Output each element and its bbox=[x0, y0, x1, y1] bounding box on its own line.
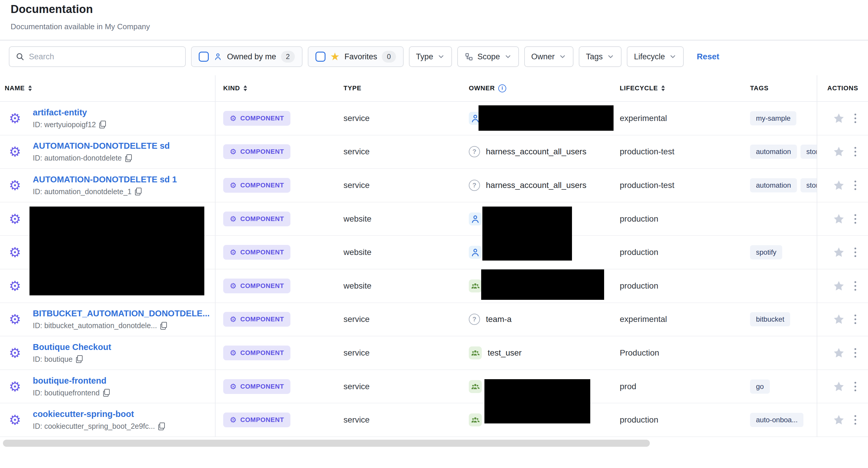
favorite-star-icon[interactable] bbox=[833, 380, 845, 393]
group-icon bbox=[469, 346, 482, 359]
actions-cell bbox=[817, 169, 868, 202]
search-icon bbox=[16, 52, 25, 61]
type-dropdown-label: Type bbox=[416, 52, 433, 61]
tags-dropdown-label: Tags bbox=[586, 52, 602, 61]
column-header-name[interactable]: NAME bbox=[0, 84, 215, 92]
copy-icon[interactable] bbox=[160, 322, 167, 330]
kind-cell: ⚙︎COMPONENT bbox=[215, 370, 336, 403]
column-header-kind[interactable]: KIND bbox=[215, 84, 336, 92]
type-cell: website bbox=[336, 202, 460, 235]
group-icon bbox=[469, 413, 482, 427]
favorites-label: Favorites bbox=[344, 52, 377, 61]
star-icon: ★ bbox=[330, 51, 340, 62]
kebab-menu-icon[interactable] bbox=[853, 414, 857, 426]
hierarchy-icon bbox=[464, 52, 473, 61]
type-cell: website bbox=[336, 269, 460, 302]
owned-by-me-checkbox[interactable] bbox=[199, 52, 209, 62]
column-header-actions: ACTIONS bbox=[817, 84, 868, 92]
column-header-type: TYPE bbox=[336, 84, 460, 92]
owner-dropdown[interactable]: Owner bbox=[524, 46, 574, 67]
info-icon[interactable] bbox=[498, 84, 506, 92]
search-input[interactable] bbox=[29, 52, 179, 61]
tags-cell: automationstor bbox=[743, 169, 817, 202]
entity-id: ID: automation-donotdelete bbox=[33, 154, 170, 162]
actions-cell bbox=[817, 370, 868, 403]
name-block: artifact-entity ID: wertyuiopoigf12 bbox=[33, 108, 106, 129]
lifecycle-cell: production-test bbox=[613, 136, 743, 169]
kind-badge: ⚙︎COMPONENT bbox=[223, 111, 290, 126]
favorite-star-icon[interactable] bbox=[833, 145, 845, 158]
entity-name-link[interactable]: boutique-frontend bbox=[33, 376, 110, 386]
table-row: ⚙︎ boutique-frontend ID: boutiquefronten… bbox=[0, 370, 868, 404]
actions-cell bbox=[817, 236, 868, 269]
gear-icon: ⚙︎ bbox=[9, 145, 21, 158]
kebab-menu-icon[interactable] bbox=[853, 313, 857, 325]
copy-icon[interactable] bbox=[135, 188, 142, 195]
lifecycle-dropdown[interactable]: Lifecycle bbox=[627, 46, 684, 67]
owned-by-me-filter[interactable]: Owned by me 2 bbox=[191, 46, 303, 67]
owner-cell: test_user bbox=[460, 337, 613, 370]
kind-badge: ⚙︎COMPONENT bbox=[223, 245, 290, 260]
gear-icon: ⚙︎ bbox=[230, 349, 237, 357]
copy-icon[interactable] bbox=[103, 389, 110, 397]
entity-name-link[interactable]: BITBUCKET_AUTOMATION_DONOTDELE... bbox=[33, 309, 210, 318]
chevron-down-icon bbox=[607, 53, 615, 60]
entity-id: ID: automation_donotdelete_1 bbox=[33, 187, 177, 196]
favorite-star-icon[interactable] bbox=[833, 313, 845, 325]
entity-name-link[interactable]: AUTOMATION-DONOTDELETE sd bbox=[33, 141, 170, 151]
tag-chip: my-sample bbox=[750, 111, 796, 125]
favorite-star-icon[interactable] bbox=[833, 179, 845, 192]
copy-icon[interactable] bbox=[99, 121, 106, 128]
column-header-lifecycle[interactable]: LIFECYCLE bbox=[613, 84, 743, 92]
kebab-menu-icon[interactable] bbox=[853, 179, 857, 191]
column-header-owner: OWNER bbox=[460, 84, 613, 92]
tags-dropdown[interactable]: Tags bbox=[579, 46, 621, 67]
gear-icon: ⚙︎ bbox=[230, 416, 237, 424]
kind-cell: ⚙︎COMPONENT bbox=[215, 236, 336, 269]
name-block: BITBUCKET_AUTOMATION_DONOTDELE... ID: bi… bbox=[33, 309, 210, 330]
redaction-box bbox=[478, 105, 614, 131]
entity-name-link[interactable]: AUTOMATION-DONOTDELETE sd 1 bbox=[33, 175, 177, 184]
copy-icon[interactable] bbox=[125, 154, 132, 162]
sort-icon bbox=[661, 85, 665, 91]
favorite-star-icon[interactable] bbox=[833, 246, 845, 259]
favorite-star-icon[interactable] bbox=[833, 414, 845, 426]
favorite-star-icon[interactable] bbox=[833, 280, 845, 292]
entity-name-link[interactable]: artifact-entity bbox=[33, 108, 106, 117]
type-dropdown[interactable]: Type bbox=[409, 46, 452, 67]
type-cell: service bbox=[336, 136, 460, 169]
kebab-menu-icon[interactable] bbox=[853, 213, 857, 225]
lifecycle-cell: experimental bbox=[613, 102, 743, 135]
favorite-star-icon[interactable] bbox=[833, 213, 845, 225]
scope-dropdown[interactable]: Scope bbox=[457, 46, 519, 67]
gear-icon: ⚙︎ bbox=[9, 178, 21, 192]
tags-cell bbox=[743, 269, 817, 302]
kind-cell: ⚙︎COMPONENT bbox=[215, 102, 336, 135]
favorite-star-icon[interactable] bbox=[833, 347, 845, 359]
favorites-checkbox[interactable] bbox=[315, 52, 326, 62]
kebab-menu-icon[interactable] bbox=[853, 246, 857, 258]
kebab-menu-icon[interactable] bbox=[853, 347, 857, 359]
kind-badge: ⚙︎COMPONENT bbox=[223, 144, 290, 159]
tags-cell: automationstor bbox=[743, 136, 817, 169]
entity-name-link[interactable]: cookiecutter-spring-boot bbox=[33, 409, 165, 419]
user-icon bbox=[469, 246, 482, 259]
copy-icon[interactable] bbox=[158, 422, 165, 430]
gear-icon: ⚙︎ bbox=[9, 112, 21, 125]
kebab-menu-icon[interactable] bbox=[853, 280, 857, 292]
gear-icon: ⚙︎ bbox=[230, 248, 237, 256]
owner-name: team-a bbox=[486, 315, 512, 324]
kebab-menu-icon[interactable] bbox=[853, 112, 857, 124]
kind-cell: ⚙︎COMPONENT bbox=[215, 202, 336, 235]
horizontal-scrollbar[interactable] bbox=[3, 440, 650, 447]
entity-name-link[interactable]: Boutique Checkout bbox=[33, 342, 111, 352]
favorites-filter[interactable]: ★ Favorites 0 bbox=[308, 46, 404, 67]
copy-icon[interactable] bbox=[76, 355, 83, 363]
kebab-menu-icon[interactable] bbox=[853, 381, 857, 392]
table-row: ⚙︎ AUTOMATION-DONOTDELETE sd ID: automat… bbox=[0, 136, 868, 169]
favorite-star-icon[interactable] bbox=[833, 112, 845, 124]
kebab-menu-icon[interactable] bbox=[853, 146, 857, 157]
reset-button[interactable]: Reset bbox=[697, 52, 719, 61]
actions-cell bbox=[817, 136, 868, 169]
search-box[interactable] bbox=[9, 46, 186, 67]
